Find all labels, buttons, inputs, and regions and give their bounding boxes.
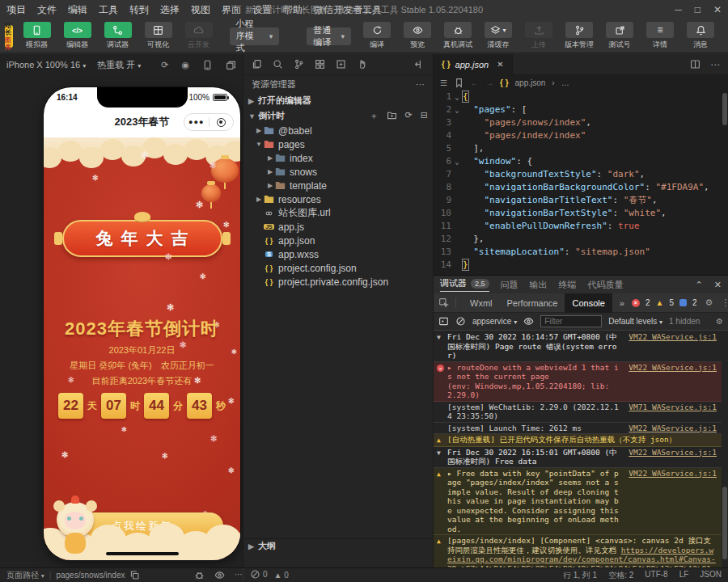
compile-mode-select[interactable]: 普通编译▾ <box>307 27 351 45</box>
breadcrumb-file[interactable]: app.json <box>515 78 546 87</box>
tree-item-pages[interactable]: ▼ pages <box>243 137 433 151</box>
code-area[interactable]: 1⌄{2⌄ "pages": [3 "pages/snows/index",4 … <box>434 91 728 272</box>
close-button[interactable]: ✕ <box>713 4 722 15</box>
panel-tab-输出[interactable]: 输出 <box>530 279 548 291</box>
copy-path-icon[interactable] <box>129 570 140 580</box>
code-line-8[interactable]: 8 "navigationBarBackgroundColor": "#1FDA… <box>434 181 728 194</box>
console-row[interactable]: ▲[pages/index/index] [Component] <canvas… <box>434 535 722 567</box>
toolbar-button-编辑器[interactable]: </>编辑器 <box>60 22 95 50</box>
tree-item-app.js[interactable]: JS app.js <box>243 220 433 234</box>
open-editors-section[interactable]: ▶ 打开的编辑器 <box>243 93 433 108</box>
menu-项目[interactable]: 项目 <box>6 3 26 17</box>
sim-more-icon[interactable]: ⋯ <box>235 570 243 580</box>
more-tabs-icon[interactable]: » <box>612 293 632 313</box>
code-line-6[interactable]: 6⌄ "window": { <box>434 155 728 168</box>
panel-tab-代码质量[interactable]: 代码质量 <box>588 279 624 291</box>
package-icon[interactable] <box>336 59 346 70</box>
menu-选择[interactable]: 选择 <box>160 3 180 17</box>
eye-icon[interactable] <box>523 316 534 327</box>
fold-icon[interactable]: ⌄ <box>451 91 463 103</box>
menu-转到[interactable]: 转到 <box>129 3 149 17</box>
console-row[interactable]: ▼Fri Dec 30 2022 16:14:57 GMT+0800 (中国标准… <box>434 331 722 362</box>
menu-视图[interactable]: 视图 <box>191 3 210 17</box>
console-source-link[interactable]: VM22 WAService.js:1 <box>629 469 717 534</box>
project-section[interactable]: ▼ 倒计时 ＋ ⟳ ⊟ <box>243 108 433 124</box>
tree-item-project.private.config.json[interactable]: { } project.private.config.json <box>243 275 433 289</box>
mode-select[interactable]: 小程序模式▾ <box>230 27 280 45</box>
toolbar-button-调试器[interactable]: 调试器 <box>100 22 136 50</box>
toolbar-button-版本管理[interactable]: 版本管理 <box>561 22 597 50</box>
extensions-icon[interactable] <box>315 59 325 70</box>
page-path-select[interactable]: 页面路径 ▾ <box>6 570 44 581</box>
fold-icon[interactable]: ⌄ <box>451 103 463 116</box>
tree-item-snows[interactable]: ▶ snows <box>243 165 433 179</box>
device-select[interactable]: iPhone X 100% 16 ▾ <box>6 60 86 70</box>
toolbar-button-预览[interactable]: 预览 <box>400 22 435 50</box>
panel-tab-问题[interactable]: 问题 <box>501 279 518 291</box>
refresh-icon[interactable]: ⟳ <box>161 60 168 70</box>
code-line-10[interactable]: 10 "navigationBarTextStyle": "white", <box>434 207 728 220</box>
outline-section[interactable]: ▶ 大纲 <box>243 538 433 553</box>
files-icon[interactable] <box>252 59 262 70</box>
collapse-sidebar-icon[interactable] <box>414 59 425 70</box>
hot-reload-toggle[interactable]: 热重载 开 ▾ <box>97 59 141 71</box>
devtools-tab-console[interactable]: Console <box>565 293 612 313</box>
language-mode[interactable]: JSON <box>700 570 722 581</box>
split-editor-icon[interactable] <box>690 59 700 70</box>
toolbar-button-消息[interactable]: 消息 <box>683 22 718 50</box>
tree-item-template[interactable]: ▶ template <box>243 179 433 192</box>
close-panel-icon[interactable]: ✕ <box>714 280 722 290</box>
tab-app-json[interactable]: { } app.json ✕ <box>434 54 513 74</box>
problems-errors[interactable]: 0 <box>250 569 268 581</box>
fold-icon[interactable]: ⌄ <box>451 155 463 168</box>
toolbar-button-测试号[interactable]: 测试号 <box>602 22 637 50</box>
console-row[interactable]: ▲▸ Free data with key "pointData" of pag… <box>434 468 722 536</box>
maximize-button[interactable]: □ <box>695 4 700 15</box>
inspect-element-icon[interactable] <box>438 297 456 308</box>
console-source-link[interactable]: VM22 WAService.js:1 <box>629 363 717 400</box>
code-line-7[interactable]: 7 "backgroundTextStyle": "dark", <box>434 168 728 181</box>
tree-item-站长图库.url[interactable]: 站长图库.url <box>243 206 433 220</box>
code-line-2[interactable]: 2⌄ "pages": [ <box>434 103 728 116</box>
code-line-13[interactable]: 13 "sitemapLocation": "sitemap.json" <box>434 246 728 259</box>
menu-编辑[interactable]: 编辑 <box>68 3 87 17</box>
editor-scrollbar[interactable] <box>722 93 727 125</box>
toolbar-button-详情[interactable]: ≡详情 <box>642 22 678 50</box>
tree-item-@babel[interactable]: ▶ @babel <box>243 124 433 137</box>
encoding[interactable]: UTF-8 <box>645 570 667 581</box>
console-source-link[interactable]: VM22 WAService.js:1 <box>629 448 717 466</box>
close-miniprogram-icon[interactable] <box>210 118 234 127</box>
code-line-5[interactable]: 5 ], <box>434 142 728 155</box>
vconsole-icon[interactable] <box>194 570 205 580</box>
source-control-icon[interactable] <box>294 59 304 70</box>
menu-文件[interactable]: 文件 <box>37 3 57 17</box>
tree-item-app.wxss[interactable]: S app.wxss <box>243 247 433 261</box>
code-line-3[interactable]: 3 "pages/snows/index", <box>434 116 728 129</box>
console-filter-input[interactable] <box>540 315 602 327</box>
nav-back-icon[interactable]: ← <box>471 78 479 87</box>
more-actions-icon[interactable]: ⋯ <box>416 79 425 90</box>
cursor-position[interactable]: 行 1, 列 1 <box>563 570 597 581</box>
breadcrumb-tail[interactable]: … <box>561 78 569 87</box>
toolbar-button-可视化[interactable]: 可视化 <box>141 22 176 50</box>
console-inline-link[interactable]: https://developers.weixin.qq.com/minipro… <box>447 546 716 568</box>
console-source-link[interactable]: VM71 WAService.js:1 <box>629 403 717 421</box>
eol[interactable]: LF <box>679 570 689 581</box>
search-icon[interactable] <box>273 59 283 70</box>
console-settings-icon[interactable]: ⚙ <box>716 317 723 326</box>
console-row[interactable]: [system] Launch Time: 2612 msVM22 WAServ… <box>434 423 722 435</box>
devtools-tab-performance[interactable]: Performance <box>500 293 565 313</box>
code-line-12[interactable]: 12 }, <box>434 233 728 246</box>
code-line-4[interactable]: 4 "pages/index/index" <box>434 129 728 142</box>
collapse-panel-icon[interactable]: ⌃ <box>696 280 703 290</box>
hidden-messages-label[interactable]: 1 hidden <box>669 317 700 326</box>
code-line-9[interactable]: 9 "navigationBarTitleText": "春节", <box>434 194 728 207</box>
panel-tab-调试器[interactable]: 调试器2,5 <box>440 277 489 292</box>
console-row[interactable]: ▲[自动热重载] 已开启代码文件保存后自动热重载（不支持 json） <box>434 434 722 447</box>
hand-tool-icon[interactable] <box>357 59 367 70</box>
capsule-menu[interactable]: ●●● <box>184 113 234 131</box>
outline-icon[interactable]: ☰ <box>440 78 447 87</box>
eval-context-icon[interactable] <box>438 316 449 327</box>
toolbar-button-模拟器[interactable]: 模拟器 <box>19 22 55 50</box>
minimize-button[interactable]: ─ <box>675 4 682 15</box>
